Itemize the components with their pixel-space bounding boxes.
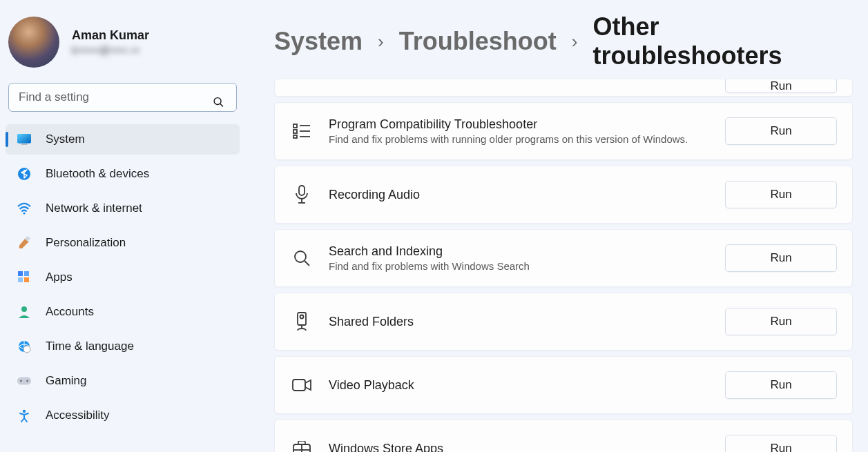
svg-rect-8 [18,271,23,276]
troubleshooter-desc: Find and fix problems with running older… [329,133,725,145]
sidebar-item-gaming[interactable]: Gaming [6,366,240,396]
troubleshooter-title: Search and Indexing [329,244,725,259]
wifi-icon [15,199,33,217]
person-icon [15,303,33,321]
sidebar-nav: System Bluetooth & devices Network & int… [6,124,240,431]
svg-rect-4 [21,144,28,145]
troubleshooter-title: Shared Folders [329,315,725,329]
microphone-icon [290,183,314,206]
run-button[interactable]: Run [725,181,837,208]
sidebar-item-label: Time & language [46,340,134,353]
sidebar-item-system[interactable]: System [6,124,240,155]
sidebar-item-label: Network & internet [46,202,142,215]
shared-folder-icon [290,310,314,333]
profile-block[interactable]: Aman Kumar k•••••@••••.•• [6,12,240,80]
svg-rect-10 [18,277,23,282]
troubleshooter-card-partial[interactable]: Run [274,79,853,97]
sidebar-item-label: Accounts [46,305,94,319]
svg-rect-21 [293,124,297,128]
svg-rect-3 [17,134,31,144]
run-button[interactable]: Run [725,117,837,145]
svg-point-17 [20,380,21,382]
main-content: System › Troubleshoot › Other troublesho… [245,0,868,452]
sidebar-item-label: Apps [46,271,73,284]
troubleshooter-card[interactable]: Recording Audio Run [274,166,853,224]
svg-rect-27 [299,186,305,195]
chevron-right-icon: › [378,31,384,52]
sidebar-item-label: Bluetooth & devices [46,167,149,181]
troubleshooter-card[interactable]: Windows Store Apps Run [274,420,853,452]
run-button[interactable]: Run [725,371,837,399]
sidebar-item-accessibility[interactable]: Accessibility [6,400,240,431]
sidebar-item-time[interactable]: Time & language [6,331,240,362]
profile-name: Aman Kumar [72,28,149,43]
troubleshooter-card[interactable]: Shared Folders Run [274,293,853,351]
accessibility-icon [15,406,33,424]
troubleshooter-title: Video Playback [329,378,725,393]
breadcrumb-system[interactable]: System [274,27,363,56]
breadcrumb: System › Troubleshoot › Other troublesho… [274,12,853,70]
troubleshooter-card[interactable]: Program Compatibility Troubleshooter Fin… [274,102,853,160]
svg-rect-16 [17,377,31,385]
svg-point-0 [214,98,221,105]
sidebar-item-label: System [46,132,85,146]
troubleshooter-title: Windows Store Apps [329,442,725,453]
svg-rect-22 [293,130,297,133]
svg-point-33 [300,315,304,319]
sidebar-item-apps[interactable]: Apps [6,262,240,293]
bluetooth-icon [15,165,33,183]
globe-clock-icon [15,337,33,355]
apps-icon [15,268,33,286]
sidebar-item-accounts[interactable]: Accounts [6,297,240,327]
search-input[interactable] [8,83,237,112]
run-button[interactable]: Run [725,79,837,93]
sidebar: Aman Kumar k•••••@••••.•• System [0,0,245,452]
svg-rect-11 [24,277,29,282]
svg-point-15 [23,346,30,353]
store-icon [290,437,314,452]
sidebar-item-bluetooth[interactable]: Bluetooth & devices [6,159,240,189]
troubleshooter-title: Program Compatibility Troubleshooter [329,117,725,132]
sidebar-item-network[interactable]: Network & internet [6,193,240,224]
svg-line-31 [305,261,309,266]
gamepad-icon [15,372,33,390]
system-icon [15,130,33,148]
run-button[interactable]: Run [725,244,837,272]
svg-point-30 [295,251,306,262]
video-icon [290,373,314,397]
svg-rect-9 [24,271,29,276]
run-button[interactable]: Run [725,435,837,452]
svg-rect-35 [293,380,305,391]
troubleshooter-card[interactable]: Search and Indexing Find and fix problem… [274,229,853,287]
paintbrush-icon [15,234,33,252]
troubleshooter-title: Recording Audio [329,188,725,202]
svg-point-18 [26,380,28,382]
sidebar-item-label: Gaming [46,374,87,388]
sidebar-item-label: Personalization [46,236,126,250]
svg-point-20 [23,410,26,413]
troubleshooter-list: Run Program Compatibility Troubleshooter… [274,79,853,452]
run-button[interactable]: Run [725,308,837,335]
sidebar-item-label: Accessibility [46,409,110,422]
troubleshooter-desc: Find and fix problems with Windows Searc… [329,260,725,272]
troubleshooter-card[interactable]: Video Playback Run [274,356,853,414]
search-icon [290,246,314,270]
breadcrumb-troubleshoot[interactable]: Troubleshoot [399,27,557,56]
svg-point-6 [23,213,26,215]
breadcrumb-current: Other troubleshooters [592,12,853,70]
avatar [8,17,59,68]
svg-rect-23 [293,135,297,138]
sidebar-item-personalization[interactable]: Personalization [6,228,240,258]
svg-point-12 [21,306,27,312]
profile-email: k•••••@••••.•• [72,44,149,56]
search-icon[interactable] [213,97,224,108]
list-icon [290,119,314,143]
svg-line-1 [220,104,223,106]
chevron-right-icon: › [572,31,578,52]
